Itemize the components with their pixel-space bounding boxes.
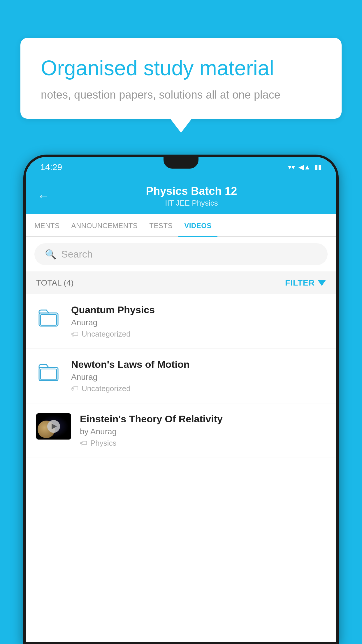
video-author: Anurag	[71, 318, 326, 327]
speech-bubble-title: Organised study material	[41, 55, 321, 80]
video-list: Quantum Physics Anurag 🏷 Uncategorized	[26, 294, 336, 458]
svg-rect-1	[41, 314, 57, 325]
app-header: ← Physics Batch 12 IIT JEE Physics	[26, 177, 336, 214]
header-subtitle: IIT JEE Physics	[58, 199, 325, 208]
video-author: by Anurag	[80, 427, 326, 436]
svg-rect-3	[41, 369, 57, 380]
tag-icon: 🏷	[80, 439, 87, 448]
video-tag: Uncategorized	[82, 330, 131, 339]
battery-icon: ▮▮	[314, 163, 322, 171]
video-title: Newton's Laws of Motion	[71, 359, 326, 370]
status-time: 14:29	[40, 162, 62, 172]
video-tag-row: 🏷 Uncategorized	[71, 384, 326, 393]
signal-icon: ◀▲	[298, 163, 311, 171]
wifi-icon: ▾▾	[288, 163, 295, 171]
filter-bar: TOTAL (4) FILTER	[26, 272, 336, 294]
tabs-bar: MENTS ANNOUNCEMENTS TESTS VIDEOS	[26, 214, 336, 237]
play-icon	[52, 424, 57, 429]
tab-videos[interactable]: VIDEOS	[178, 214, 217, 236]
video-thumbnail	[36, 413, 71, 440]
total-count: TOTAL (4)	[36, 278, 74, 288]
folder-icon	[36, 359, 62, 385]
speech-bubble-subtitle: notes, question papers, solutions all at…	[41, 89, 321, 101]
list-item[interactable]: Newton's Laws of Motion Anurag 🏷 Uncateg…	[26, 349, 336, 403]
video-info: Newton's Laws of Motion Anurag 🏷 Uncateg…	[71, 359, 326, 393]
video-author: Anurag	[71, 372, 326, 382]
header-title: Physics Batch 12	[58, 185, 325, 197]
folder-icon	[36, 304, 62, 330]
video-title: Einstein's Theory Of Relativity	[80, 413, 326, 425]
tag-icon: 🏷	[71, 330, 79, 339]
video-tag: Uncategorized	[82, 384, 131, 393]
video-tag: Physics	[90, 439, 117, 448]
header-title-block: Physics Batch 12 IIT JEE Physics	[58, 185, 325, 208]
video-info: Quantum Physics Anurag 🏷 Uncategorized	[71, 304, 326, 339]
phone-inner: 14:29 ▾▾ ◀▲ ▮▮ ← Physics Batch 12 IIT JE…	[26, 157, 336, 642]
search-container: 🔍 Search	[26, 237, 336, 272]
speech-bubble-container: Organised study material notes, question…	[20, 38, 342, 119]
filter-button[interactable]: FILTER	[285, 278, 326, 288]
phone-frame: 14:29 ▾▾ ◀▲ ▮▮ ← Physics Batch 12 IIT JE…	[23, 155, 339, 644]
status-icons: ▾▾ ◀▲ ▮▮	[288, 163, 322, 171]
list-item[interactable]: Einstein's Theory Of Relativity by Anura…	[26, 403, 336, 458]
video-title: Quantum Physics	[71, 304, 326, 316]
tab-announcements[interactable]: ANNOUNCEMENTS	[66, 214, 144, 236]
video-tag-row: 🏷 Uncategorized	[71, 330, 326, 339]
play-button[interactable]	[47, 420, 60, 433]
tab-ments[interactable]: MENTS	[29, 214, 66, 236]
speech-bubble: Organised study material notes, question…	[20, 38, 342, 119]
search-input[interactable]: Search	[61, 249, 93, 260]
video-tag-row: 🏷 Physics	[80, 439, 326, 448]
search-input-wrapper[interactable]: 🔍 Search	[34, 243, 328, 265]
back-button[interactable]: ←	[37, 189, 50, 203]
list-item[interactable]: Quantum Physics Anurag 🏷 Uncategorized	[26, 294, 336, 349]
search-icon: 🔍	[45, 249, 57, 260]
tab-tests[interactable]: TESTS	[143, 214, 178, 236]
notch	[164, 157, 198, 169]
filter-label: FILTER	[285, 278, 315, 288]
status-bar: 14:29 ▾▾ ◀▲ ▮▮	[26, 157, 336, 177]
filter-icon	[318, 280, 326, 286]
tag-icon: 🏷	[71, 384, 79, 393]
video-info: Einstein's Theory Of Relativity by Anura…	[80, 413, 326, 448]
